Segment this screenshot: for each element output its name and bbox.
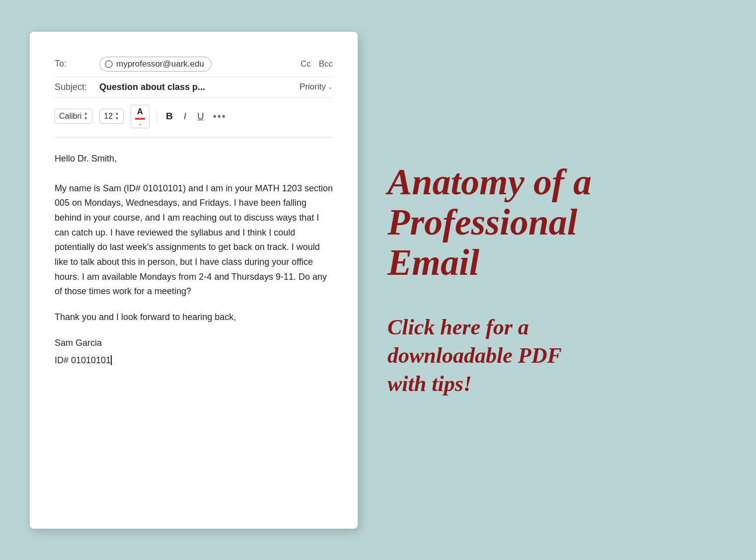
font-name-label: Calibri [59, 112, 81, 121]
italic-button[interactable]: I [182, 110, 188, 123]
cursor [111, 355, 112, 365]
email-body[interactable]: Hello Dr. Smith, My name is Sam (ID# 010… [55, 152, 333, 368]
subject-field[interactable]: Question about class p... [99, 82, 294, 92]
email-card: To: myprofessor@uark.edu Cc Bcc Subject:… [30, 32, 358, 529]
email-id: ID# 01010101 [55, 353, 333, 368]
page-layout: To: myprofessor@uark.edu Cc Bcc Subject:… [0, 0, 756, 560]
bcc-button[interactable]: Bcc [319, 59, 333, 69]
font-size-selector[interactable]: 12 ▲ ▼ [99, 109, 124, 124]
cta-link[interactable]: Click here for a downloadable PDF with t… [387, 313, 696, 399]
right-panel: Anatomy of a Professional Email Click he… [358, 142, 726, 418]
cta-line2: downloadable PDF [387, 341, 696, 370]
cta-line3: with tips! [387, 370, 696, 398]
priority-button[interactable]: Priority ⌄ [300, 82, 333, 92]
main-title-line2: Professional [387, 202, 696, 242]
toolbar-divider [156, 110, 157, 122]
cta-line1: Click here for a [387, 313, 696, 341]
bold-button[interactable]: B [164, 110, 175, 123]
to-address: myprofessor@uark.edu [116, 59, 204, 69]
color-chevron-icon: ⌄ [138, 121, 142, 126]
to-field-wrapper: myprofessor@uark.edu Cc Bcc [99, 57, 333, 72]
font-size-arrows-icon: ▲ ▼ [115, 111, 119, 121]
more-options-button[interactable]: ••• [213, 111, 227, 122]
to-label: To: [55, 59, 99, 69]
priority-chevron-icon: ⌄ [328, 83, 333, 90]
font-size-value: 12 [104, 112, 113, 121]
email-greeting: Hello Dr. Smith, [55, 152, 333, 166]
email-id-text: ID# 01010101 [55, 355, 111, 365]
font-arrows-icon: ▲ ▼ [83, 111, 88, 121]
main-title-line1: Anatomy of a [387, 162, 696, 202]
text-color-letter: A [137, 107, 143, 117]
contact-icon [105, 60, 113, 68]
cc-button[interactable]: Cc [301, 59, 311, 69]
underline-button[interactable]: U [195, 110, 206, 123]
cc-bcc-group: Cc Bcc [301, 59, 333, 69]
email-name: Sam Garcia [55, 336, 333, 351]
to-row: To: myprofessor@uark.edu Cc Bcc [55, 52, 333, 77]
font-selector[interactable]: Calibri ▲ ▼ [55, 109, 92, 124]
text-color-bar [135, 118, 145, 120]
to-pill[interactable]: myprofessor@uark.edu [99, 57, 212, 72]
main-title: Anatomy of a Professional Email [387, 162, 696, 283]
email-toolbar: Calibri ▲ ▼ 12 ▲ ▼ A ⌄ B I [55, 98, 333, 138]
email-signature: Sam Garcia ID# 01010101 [55, 336, 333, 368]
email-paragraph-1: My name is Sam (ID# 01010101) and I am i… [55, 181, 333, 300]
main-title-line3: Email [387, 242, 696, 283]
subject-row: Subject: Question about class p... Prior… [55, 77, 333, 98]
subject-label: Subject: [55, 82, 99, 92]
priority-label: Priority [300, 82, 326, 92]
email-closing: Thank you and I look forward to hearing … [55, 310, 333, 325]
text-color-button[interactable]: A ⌄ [131, 105, 150, 128]
